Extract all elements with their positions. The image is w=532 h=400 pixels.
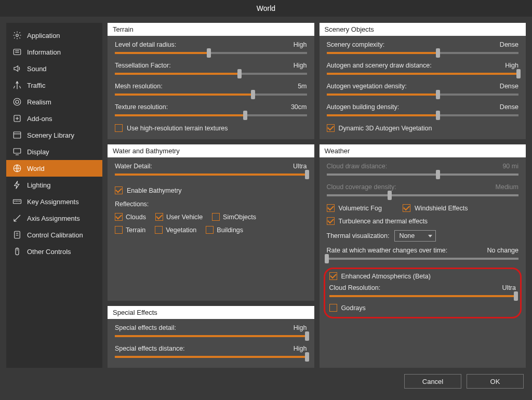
refl-sim-checkbox[interactable] [212, 213, 220, 221]
svg-point-4 [14, 98, 21, 105]
terrain-tess-slider[interactable] [115, 70, 307, 77]
water-bathy-label: Enable Bathymetry [127, 187, 182, 194]
weather-wind-label: Windshield Effects [415, 205, 468, 212]
sidebar-item-traffic[interactable]: Traffic [6, 77, 102, 94]
svg-point-15 [18, 201, 18, 202]
keyboard-icon [12, 197, 22, 206]
sound-icon [12, 64, 22, 73]
sidebar-item-label: Axis Assignments [27, 215, 80, 222]
sidebar-item-other-controls[interactable]: Other Controls [6, 243, 102, 260]
terrain-hires-checkbox[interactable] [115, 124, 123, 132]
refl-vehicle-checkbox[interactable] [155, 213, 163, 221]
display-icon [12, 147, 22, 156]
sidebar-item-lighting[interactable]: Lighting [6, 177, 102, 193]
refl-terrain-label: Terrain [126, 226, 145, 234]
info-icon [12, 47, 22, 57]
weather-enhanced-row: Enhanced Atmospherics (Beta) [329, 272, 516, 280]
water-bathy-checkbox[interactable] [115, 186, 123, 194]
scenery-draw-label: Autogen and scenery draw distance: [327, 62, 432, 69]
scenery-complexity-slider[interactable] [327, 49, 519, 57]
sidebar-item-label: Realism [27, 98, 51, 106]
sidebar-item-label: World [27, 165, 45, 172]
sfx-distance-slider[interactable] [115, 353, 307, 361]
sidebar-item-add-ons[interactable]: Add-ons [6, 110, 102, 127]
weather-rate-slider[interactable] [327, 255, 519, 262]
refl-clouds-checkbox[interactable] [115, 213, 123, 221]
sidebar-item-scenery-library[interactable]: Scenery Library [6, 127, 102, 143]
reflections-label: Reflections: [115, 201, 307, 208]
addon-icon [12, 114, 22, 123]
weather-cloudres-slider[interactable] [329, 292, 516, 300]
sidebar-item-label: Information [27, 48, 61, 56]
panel-sfx: Special Effects Special effects detail:H… [108, 306, 314, 368]
sidebar-item-label: Sound [27, 65, 47, 73]
sidebar-item-label: Traffic [27, 82, 45, 89]
svg-rect-7 [14, 132, 21, 138]
water-detail-slider[interactable] [115, 171, 307, 178]
refl-veg-checkbox[interactable] [155, 226, 163, 234]
enhanced-atmospherics-highlight: Enhanced Atmospherics (Beta) Cloud Resol… [324, 268, 522, 318]
scenery-dyn3d-checkbox[interactable] [327, 124, 335, 132]
terrain-tess: Tessellation Factor:High [115, 62, 307, 77]
terrain-tex-slider[interactable] [115, 112, 307, 119]
scenery-veg-slider[interactable] [327, 91, 519, 98]
scenery-build-slider[interactable] [327, 112, 519, 119]
weather-volfog-checkbox[interactable] [327, 204, 335, 212]
panel-scenery: Scenery Objects Scenery complexity:Dense… [320, 23, 526, 139]
refl-sim-label: SimObjects [223, 214, 256, 221]
sidebar-item-world[interactable]: World [6, 160, 102, 177]
sidebar-item-label: Other Controls [27, 248, 71, 256]
traffic-icon [12, 81, 22, 90]
terrain-lod-label: Level of detail radius: [115, 41, 176, 48]
terrain-lod-slider[interactable] [115, 49, 307, 57]
sidebar-item-key-assignments[interactable]: Key Assignments [6, 193, 102, 210]
water-detail-label: Water Detail: [115, 163, 152, 170]
svg-point-0 [16, 34, 19, 37]
svg-point-13 [15, 201, 15, 202]
ok-button[interactable]: OK [467, 374, 524, 389]
globe-icon [12, 164, 22, 173]
sidebar-item-label: Key Assignments [27, 198, 79, 206]
weather-godrays-label: Godrays [341, 304, 366, 312]
weather-enhanced-checkbox[interactable] [329, 272, 337, 280]
refl-veg-label: Vegetation [166, 226, 196, 234]
sfx-detail-slider[interactable] [115, 332, 307, 340]
weather-clouddraw-label: Cloud draw distance: [327, 163, 388, 170]
water-bathy-row: Enable Bathymetry [115, 186, 307, 194]
weather-coverage-value: Medium [496, 183, 518, 191]
sidebar-item-information[interactable]: Information [6, 44, 102, 60]
weather-godrays-checkbox[interactable] [329, 304, 337, 312]
svg-rect-12 [14, 199, 21, 204]
sidebar-item-axis-assignments[interactable]: Axis Assignments [6, 210, 102, 226]
refl-terrain-checkbox[interactable] [115, 226, 123, 234]
cancel-button[interactable]: Cancel [404, 374, 461, 389]
svg-rect-17 [15, 231, 20, 238]
refl-build-checkbox[interactable] [206, 226, 214, 234]
terrain-tex: Texture resolution:30cm [115, 103, 307, 119]
sidebar-item-label: Display [27, 148, 49, 156]
weather-godrays-row: Godrays [329, 304, 516, 312]
axis-icon [12, 214, 22, 223]
weather-turb-checkbox[interactable] [327, 217, 335, 225]
refl-build-label: Buildings [217, 226, 243, 234]
target-icon [12, 97, 22, 106]
weather-thermal-dropdown[interactable]: None [394, 230, 436, 242]
sidebar-item-control-calibration[interactable]: Control Calibration [6, 226, 102, 243]
scenery-build: Autogen building density:Dense [327, 103, 519, 119]
scenery-draw-slider[interactable] [327, 70, 519, 77]
sidebar-item-realism[interactable]: Realism [6, 94, 102, 110]
panel-terrain: Terrain Level of detail radius:High Tess… [108, 23, 314, 139]
weather-wind-checkbox[interactable] [403, 204, 410, 212]
terrain-mesh-slider[interactable] [115, 91, 307, 98]
sfx-detail-value: High [294, 324, 307, 331]
svg-rect-9 [14, 149, 21, 153]
scenery-complexity-value: Dense [500, 41, 518, 48]
panel-terrain-header: Terrain [108, 23, 314, 36]
sidebar-item-display[interactable]: Display [6, 143, 102, 160]
footer: Cancel OK [0, 374, 532, 395]
sidebar-item-sound[interactable]: Sound [6, 60, 102, 77]
sidebar-item-application[interactable]: Application [6, 27, 102, 44]
calib-icon [12, 230, 22, 239]
panel-water-header: Water and Bathymetry [108, 144, 314, 157]
scenery-dyn3d-label: Dynamic 3D Autogen Vegetation [339, 125, 432, 132]
